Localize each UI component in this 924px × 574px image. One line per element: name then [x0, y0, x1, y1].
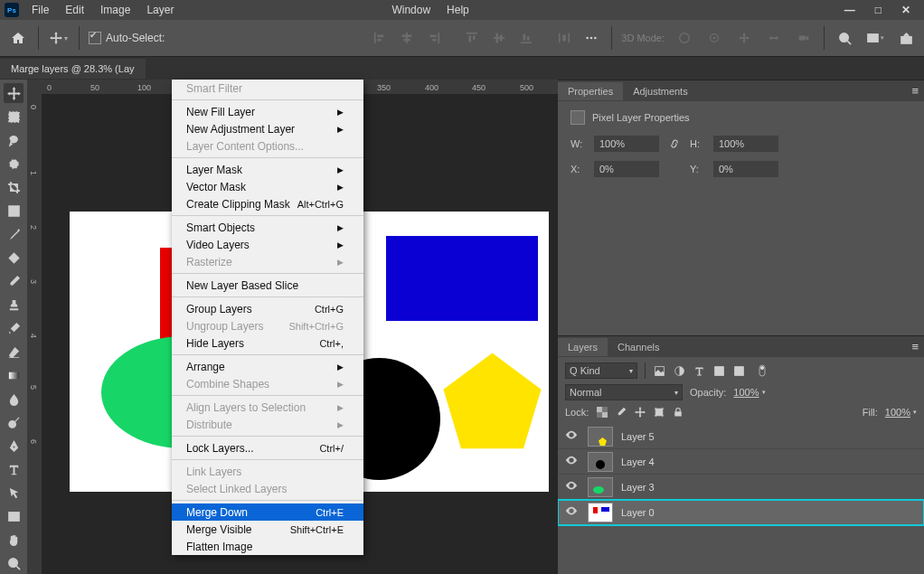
layer-context-menu: Smart FilterNew Fill Layer▶New Adjustmen…	[172, 80, 363, 555]
lock-position-icon[interactable]	[634, 406, 646, 419]
filter-adjust-icon[interactable]	[673, 364, 685, 377]
blend-mode-select[interactable]: Normal▾	[565, 384, 683, 400]
marquee-tool[interactable]	[4, 107, 24, 127]
svg-rect-57	[656, 409, 664, 416]
svg-rect-49	[714, 366, 723, 375]
menu-item[interactable]: New Fill Layer▶	[172, 103, 363, 120]
panel-menu-icon[interactable]: ≡	[911, 84, 919, 98]
menu-layer[interactable]: Layer	[139, 4, 181, 16]
blur-tool[interactable]	[4, 389, 24, 409]
move-tool-icon[interactable]: ▾	[48, 27, 70, 49]
healing-tool[interactable]	[4, 248, 24, 268]
history-brush-tool[interactable]	[4, 318, 24, 338]
align-bottom-icon[interactable]	[515, 27, 537, 49]
fill-field[interactable]: 100%▾	[885, 407, 917, 418]
layer-filter-select[interactable]: Q Kind▾	[565, 362, 637, 379]
tab-adjustments[interactable]: Adjustments	[623, 82, 698, 100]
layer-item[interactable]: Layer 4	[558, 449, 924, 475]
gradient-tool[interactable]	[4, 365, 24, 385]
hand-tool[interactable]	[4, 530, 24, 550]
lock-all-icon[interactable]	[672, 406, 684, 419]
menu-item[interactable]: Merge VisibleShift+Ctrl+E	[172, 521, 363, 538]
magic-wand-tool[interactable]	[4, 154, 24, 174]
path-select-tool[interactable]	[4, 483, 24, 503]
tab-channels[interactable]: Channels	[608, 338, 669, 356]
align-top-icon[interactable]	[461, 27, 483, 49]
align-right-icon[interactable]	[423, 27, 445, 49]
lasso-tool[interactable]	[4, 130, 24, 150]
link-wh-icon[interactable]	[668, 137, 681, 150]
home-button[interactable]	[7, 27, 29, 49]
menu-item[interactable]: Hide LayersCtrl+,	[172, 334, 363, 352]
share-icon[interactable]	[895, 27, 917, 49]
menu-item[interactable]: Merge DownCtrl+E	[172, 503, 363, 521]
menu-item[interactable]: New Layer Based Slice	[172, 277, 363, 294]
menu-item[interactable]: New Adjustment Layer▶	[172, 120, 363, 137]
visibility-toggle[interactable]	[565, 428, 580, 444]
screen-mode-icon[interactable]: ▾	[864, 27, 886, 49]
menu-item[interactable]: Layer Mask▶	[172, 161, 363, 178]
menu-item[interactable]: Video Layers▶	[172, 236, 363, 253]
menu-window[interactable]: Window	[384, 4, 438, 16]
distribute-h-icon[interactable]	[553, 27, 575, 49]
layer-item-selected[interactable]: Layer 0	[558, 500, 924, 525]
layer-item[interactable]: Layer 3	[558, 475, 924, 500]
crop-tool[interactable]	[4, 177, 24, 197]
menu-item[interactable]: Smart Objects▶	[172, 219, 363, 236]
more-options-icon[interactable]	[580, 27, 602, 49]
ruler-tick: 5	[29, 385, 38, 390]
filter-type-icon[interactable]	[693, 364, 705, 377]
move-tool[interactable]	[4, 83, 24, 103]
document-tab[interactable]: Marge layers @ 28.3% (Lay	[0, 59, 146, 79]
tab-layers[interactable]: Layers	[558, 338, 608, 356]
menu-item[interactable]: Lock Layers...Ctrl+/	[172, 439, 363, 456]
search-icon[interactable]	[834, 27, 855, 49]
eraser-tool[interactable]	[4, 342, 24, 362]
dodge-tool[interactable]	[4, 412, 24, 432]
menu-image[interactable]: Image	[93, 4, 137, 16]
pen-tool[interactable]	[4, 436, 24, 456]
menu-item[interactable]: Vector Mask▶	[172, 178, 363, 195]
filter-pixel-icon[interactable]	[653, 364, 665, 377]
minimize-button[interactable]: —	[844, 5, 855, 15]
visibility-toggle[interactable]	[565, 479, 580, 494]
height-field[interactable]: 100%	[713, 136, 778, 152]
filter-toggle-icon[interactable]	[756, 364, 768, 377]
visibility-toggle[interactable]	[565, 504, 580, 520]
visibility-toggle[interactable]	[565, 454, 580, 469]
menu-item[interactable]: Create Clipping MaskAlt+Ctrl+G	[172, 195, 363, 212]
menu-item[interactable]: Arrange▶	[172, 358, 363, 375]
opacity-field[interactable]: 100%▾	[733, 387, 765, 398]
frame-tool[interactable]	[4, 201, 24, 221]
ruler-tick: 350	[377, 83, 391, 92]
menu-help[interactable]: Help	[439, 4, 476, 16]
brush-tool[interactable]	[4, 271, 24, 291]
x-field[interactable]: 0%	[594, 161, 659, 177]
y-field[interactable]: 0%	[713, 161, 778, 177]
align-left-icon[interactable]	[369, 27, 391, 49]
rectangle-tool[interactable]	[4, 506, 24, 526]
close-button[interactable]: ✕	[901, 5, 910, 15]
layer-item[interactable]: Layer 5	[558, 424, 924, 449]
tab-properties[interactable]: Properties	[558, 82, 623, 100]
menu-item[interactable]: Flatten Image	[172, 538, 363, 555]
maximize-button[interactable]: □	[875, 5, 882, 15]
lock-transparency-icon[interactable]	[596, 406, 608, 419]
svg-rect-12	[494, 37, 504, 39]
menu-file[interactable]: File	[24, 4, 56, 16]
eyedropper-tool[interactable]	[4, 224, 24, 244]
menu-item[interactable]: Group LayersCtrl+G	[172, 300, 363, 317]
align-vcenter-icon[interactable]	[488, 27, 510, 49]
zoom-tool[interactable]	[4, 553, 24, 573]
type-tool[interactable]	[4, 459, 24, 479]
menu-edit[interactable]: Edit	[58, 4, 91, 16]
filter-shape-icon[interactable]	[712, 364, 725, 377]
align-hcenter-icon[interactable]	[396, 27, 418, 49]
lock-image-icon[interactable]	[615, 406, 627, 419]
width-field[interactable]: 100%	[594, 136, 659, 152]
auto-select-toggle[interactable]: Auto-Select:	[89, 32, 165, 44]
lock-artboard-icon[interactable]	[653, 406, 665, 419]
stamp-tool[interactable]	[4, 295, 24, 315]
filter-smart-icon[interactable]	[732, 364, 745, 377]
panel-menu-icon[interactable]: ≡	[911, 340, 919, 353]
